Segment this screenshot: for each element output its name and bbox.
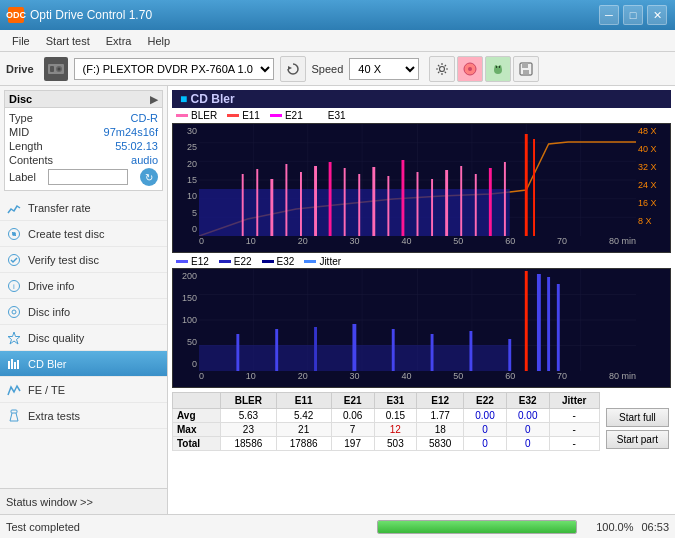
nav-disc-info[interactable]: Disc info <box>0 299 167 325</box>
disc-length-row: Length 55:02.13 <box>9 140 158 152</box>
status-window-label: Status window >> <box>6 496 93 508</box>
col-header-empty <box>173 393 221 409</box>
nav-drive-info-label: Drive info <box>28 280 74 292</box>
legend-bler: BLER <box>176 110 217 121</box>
nav-extra-tests[interactable]: Extra tests <box>0 403 167 429</box>
menubar: File Start test Extra Help <box>0 30 675 52</box>
svg-text:i: i <box>13 282 15 291</box>
disc-quality-icon <box>6 330 22 346</box>
start-part-button[interactable]: Start part <box>606 430 669 449</box>
col-header-e12: E12 <box>417 393 464 409</box>
disc-icon[interactable] <box>457 56 483 82</box>
nav-extra-tests-label: Extra tests <box>28 410 80 422</box>
legend-jitter: Jitter <box>304 256 341 267</box>
menu-file[interactable]: File <box>4 33 38 49</box>
speed-select[interactable]: 40 X <box>349 58 419 80</box>
legend-e22-label: E22 <box>234 256 252 267</box>
extra-tests-icon <box>6 408 22 424</box>
disc-label-label: Label <box>9 171 36 183</box>
bottom-chart-svg <box>199 269 636 371</box>
bottom-legend: E12 E22 E32 Jitter <box>172 255 671 268</box>
stats-max-row: Max 23 21 7 12 18 0 0 - <box>173 423 600 437</box>
disc-label-refresh-btn[interactable]: ↻ <box>140 168 158 186</box>
drive-info-icon: i <box>6 278 22 294</box>
drive-refresh-icon[interactable] <box>280 56 306 82</box>
content-area: ■ CD Bler BLER E11 E21 E31 <box>168 86 675 514</box>
speed-label: Speed <box>312 63 344 75</box>
svg-rect-1 <box>50 66 54 72</box>
disc-contents-row: Contents audio <box>9 154 158 166</box>
max-e12: 18 <box>417 423 464 437</box>
status-window-button[interactable]: Status window >> <box>0 488 167 514</box>
drive-select[interactable]: (F:) PLEXTOR DVDR PX-760A 1.07 <box>74 58 274 80</box>
svg-rect-26 <box>11 359 13 369</box>
svg-rect-25 <box>8 361 10 369</box>
time-display: 06:53 <box>641 521 669 533</box>
save-icon[interactable] <box>513 56 539 82</box>
disc-type-label: Type <box>9 112 33 124</box>
menu-help[interactable]: Help <box>139 33 178 49</box>
total-e22: 0 <box>464 437 507 451</box>
nav-transfer-rate[interactable]: Transfer rate <box>0 195 167 221</box>
window-controls: ─ □ ✕ <box>599 5 667 25</box>
nav-items: Transfer rate Create test disc Verify te… <box>0 195 167 429</box>
disc-label-input[interactable] <box>48 169 128 185</box>
menu-start-test[interactable]: Start test <box>38 33 98 49</box>
bottom-chart-x-labels: 0 10 20 30 40 50 60 70 80 min <box>199 371 636 387</box>
avg-e11: 5.42 <box>276 409 331 423</box>
avg-e22: 0.00 <box>464 409 507 423</box>
sidebar: Disc ▶ Type CD-R MID 97m24s16f Length 55… <box>0 86 168 514</box>
progress-bar-fill <box>378 521 576 533</box>
disc-mid-label: MID <box>9 126 29 138</box>
nav-cd-bler[interactable]: CD Bler <box>0 351 167 377</box>
nav-disc-quality[interactable]: Disc quality <box>0 325 167 351</box>
total-e12: 5830 <box>417 437 464 451</box>
disc-panel: Disc ▶ Type CD-R MID 97m24s16f Length 55… <box>4 90 163 191</box>
disc-panel-arrow[interactable]: ▶ <box>150 94 158 105</box>
disc-type-value: CD-R <box>131 112 159 124</box>
nav-fe-te[interactable]: FE / TE <box>0 377 167 403</box>
svg-marker-4 <box>288 66 292 70</box>
create-disc-icon <box>6 226 22 242</box>
nav-drive-info[interactable]: i Drive info <box>0 273 167 299</box>
col-header-jitter: Jitter <box>549 393 599 409</box>
col-header-bler: BLER <box>221 393 276 409</box>
disc-length-label: Length <box>9 140 43 152</box>
legend-e11: E11 <box>227 110 260 121</box>
avg-e31: 0.15 <box>374 409 417 423</box>
menu-extra[interactable]: Extra <box>98 33 140 49</box>
bottom-chart: 200 150 100 50 0 <box>172 268 671 388</box>
max-e31: 12 <box>374 423 417 437</box>
nav-fe-te-label: FE / TE <box>28 384 65 396</box>
top-chart-svg <box>199 124 636 236</box>
nav-disc-info-label: Disc info <box>28 306 70 318</box>
close-button[interactable]: ✕ <box>647 5 667 25</box>
total-e11: 17886 <box>276 437 331 451</box>
svg-point-3 <box>57 67 60 70</box>
disc-fields: Type CD-R MID 97m24s16f Length 55:02.13 … <box>5 108 162 190</box>
avg-e21: 0.06 <box>331 409 374 423</box>
creature-icon[interactable] <box>485 56 511 82</box>
maximize-button[interactable]: □ <box>623 5 643 25</box>
avg-bler: 5.63 <box>221 409 276 423</box>
svg-rect-29 <box>11 410 17 413</box>
nav-verify-test-disc-label: Verify test disc <box>28 254 99 266</box>
legend-jitter-label: Jitter <box>319 256 341 267</box>
svg-point-12 <box>499 66 500 67</box>
col-header-e22: E22 <box>464 393 507 409</box>
drive-label: Drive <box>6 63 34 75</box>
total-jitter: - <box>549 437 599 451</box>
nav-create-test-disc[interactable]: Create test disc <box>0 221 167 247</box>
sidebar-bottom: Status window >> <box>0 488 167 514</box>
settings-icon[interactable] <box>429 56 455 82</box>
bottom-chart-right <box>636 269 670 371</box>
legend-e22: E22 <box>219 256 252 267</box>
nav-verify-test-disc[interactable]: Verify test disc <box>0 247 167 273</box>
svg-rect-15 <box>523 70 529 74</box>
start-full-button[interactable]: Start full <box>606 408 669 427</box>
minimize-button[interactable]: ─ <box>599 5 619 25</box>
disc-contents-value: audio <box>131 154 158 166</box>
avg-label: Avg <box>173 409 221 423</box>
max-jitter: - <box>549 423 599 437</box>
main-content: Disc ▶ Type CD-R MID 97m24s16f Length 55… <box>0 86 675 514</box>
